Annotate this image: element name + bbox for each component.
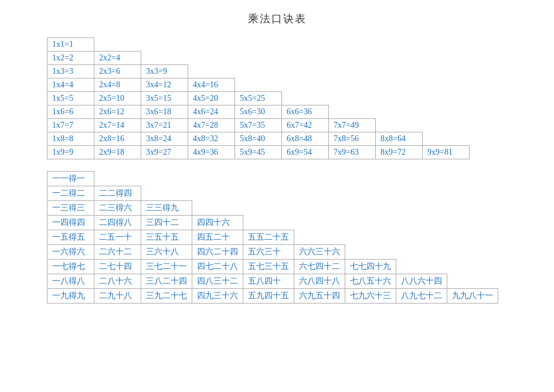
table-cell: 四七二十八: [192, 260, 243, 274]
table-cell: 四六二十四: [192, 245, 243, 260]
table-cell: 一九得九: [47, 289, 94, 304]
table-cell: 五九四十五: [243, 289, 294, 304]
table-cell: [282, 52, 329, 65]
table-cell: [345, 245, 396, 260]
table-cell: 5x9=45: [235, 146, 282, 159]
table-cell: 2x2=4: [94, 52, 141, 65]
table-cell: [235, 65, 282, 79]
table-cell: 5x7=35: [235, 119, 282, 132]
table-cell: [294, 216, 345, 230]
table-cell: [447, 245, 498, 260]
table-cell: [376, 105, 423, 119]
table-cell: [329, 79, 376, 92]
table-cell: [396, 216, 447, 230]
table-cell: [329, 52, 376, 65]
table-cell: [423, 52, 470, 65]
table-cell: [396, 172, 447, 186]
table-cell: [235, 52, 282, 65]
table-cell: [329, 92, 376, 105]
table-cell: [345, 201, 396, 216]
table-cell: [294, 172, 345, 186]
table-cell: 6x7=42: [282, 119, 329, 132]
table-cell: [396, 245, 447, 260]
table-cell: 1x4=4: [47, 79, 94, 92]
table-cell: [243, 186, 294, 201]
table-cell: 1x7=7: [47, 119, 94, 132]
table-cell: [423, 92, 470, 105]
table-cell: 一二得二: [47, 186, 94, 201]
table-cell: 1x9=9: [47, 146, 94, 159]
table-cell: 8x9=72: [376, 146, 423, 159]
table-cell: 一一得一: [47, 172, 94, 186]
table-cell: 2x8=16: [94, 132, 141, 146]
table-cell: 六八四十八: [294, 274, 345, 289]
table-cell: [141, 172, 192, 186]
table-cell: [447, 230, 498, 245]
table-cell: 七九六十三: [345, 289, 396, 304]
table-cell: [243, 216, 294, 230]
table-cell: [396, 201, 447, 216]
table-cell: 2x3=6: [94, 65, 141, 79]
table-cell: 一三得三: [47, 201, 94, 216]
table-cell: 3x9=27: [141, 146, 188, 159]
table-cell: [94, 38, 141, 52]
table-cell: [188, 52, 235, 65]
table-cell: 七七四十九: [345, 260, 396, 274]
table-cell: 八九七十二: [396, 289, 447, 304]
table-cell: 三六十八: [141, 245, 192, 260]
table-cell: 四八三十二: [192, 274, 243, 289]
table-cell: [294, 230, 345, 245]
table-cell: [345, 216, 396, 230]
table-cell: 六七四十二: [294, 260, 345, 274]
table-cell: 三四十二: [141, 216, 192, 230]
table-cell: [192, 186, 243, 201]
table-cell: 五七三十五: [243, 260, 294, 274]
table-cell: [376, 52, 423, 65]
table-cell: 7x7=49: [329, 119, 376, 132]
table-cell: 九九八十一: [447, 289, 498, 304]
table-cell: [235, 79, 282, 92]
table-cell: [188, 65, 235, 79]
table-cell: 1x3=3: [47, 65, 94, 79]
table-cell: [192, 201, 243, 216]
table-cell: [447, 216, 498, 230]
chinese-table: 一一得一一二得二二二得四一三得三二三得六三三得九一四得四二四得八三四十二四四十六…: [47, 171, 498, 304]
table-cell: 3x3=9: [141, 65, 188, 79]
table-cell: 6x8=48: [282, 132, 329, 146]
table-cell: 4x8=32: [188, 132, 235, 146]
table-cell: 四四十六: [192, 216, 243, 230]
table-cell: 9x9=81: [423, 146, 470, 159]
table-cell: [192, 172, 243, 186]
table-cell: [141, 52, 188, 65]
table-cell: [423, 119, 470, 132]
table-cell: [243, 201, 294, 216]
table-cell: 2x5=10: [94, 92, 141, 105]
table-cell: [345, 230, 396, 245]
table-cell: [188, 38, 235, 52]
table-cell: 一四得四: [47, 216, 94, 230]
table-cell: 3x7=21: [141, 119, 188, 132]
table-cell: 二八十六: [94, 274, 141, 289]
numeric-table: 1x1=11x2=22x2=41x3=32x3=63x3=91x4=42x4=8…: [47, 38, 470, 159]
table-cell: 六九五十四: [294, 289, 345, 304]
table-cell: [329, 38, 376, 52]
table-cell: 1x1=1: [47, 38, 94, 52]
table-cell: 8x8=64: [376, 132, 423, 146]
table-cell: [235, 38, 282, 52]
table-cell: [282, 92, 329, 105]
table-cell: 3x8=24: [141, 132, 188, 146]
table-cell: 4x4=16: [188, 79, 235, 92]
table-cell: [447, 186, 498, 201]
table-cell: 二四得八: [94, 216, 141, 230]
table-cell: 一八得八: [47, 274, 94, 289]
table-cell: 2x6=12: [94, 105, 141, 119]
table-cell: 二二得四: [94, 186, 141, 201]
table-cell: 二五一十: [94, 230, 141, 245]
table-cell: 四九三十六: [192, 289, 243, 304]
table-cell: [141, 38, 188, 52]
table-cell: [282, 79, 329, 92]
table-cell: 二九十八: [94, 289, 141, 304]
table-cell: [396, 230, 447, 245]
table-cell: 二七十四: [94, 260, 141, 274]
table-cell: 6x9=54: [282, 146, 329, 159]
